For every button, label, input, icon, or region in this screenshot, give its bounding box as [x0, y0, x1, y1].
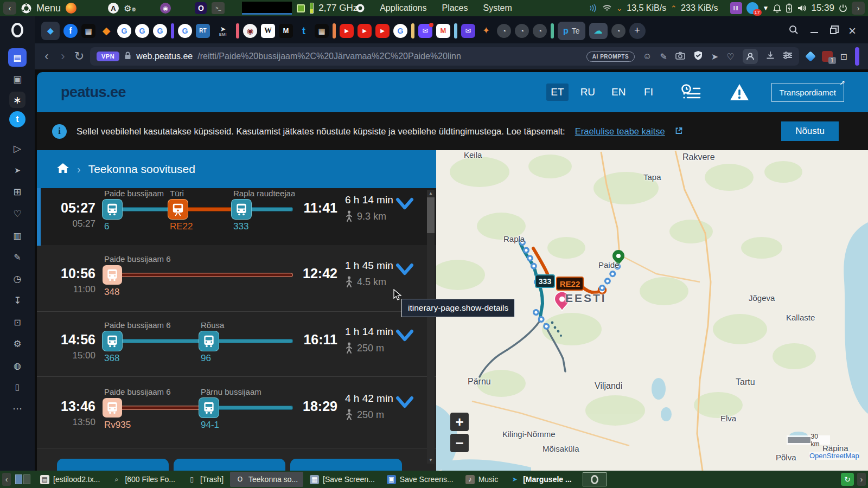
restore-button[interactable] [830, 28, 837, 34]
globe-icon[interactable]: ◔ [533, 24, 547, 38]
language-option[interactable]: FI [638, 84, 660, 101]
menu-system[interactable]: System [483, 3, 512, 13]
sidebar-send-icon[interactable]: ➤ [8, 161, 27, 179]
send-icon[interactable]: ➤ [711, 52, 718, 62]
globe-icon[interactable]: ◔ [515, 24, 529, 38]
task-message[interactable]: ➤ [Margusele ... [505, 472, 577, 487]
firefox-icon[interactable] [66, 3, 76, 14]
cookie-accept-button[interactable]: Nõustu [781, 121, 839, 141]
zoom-in-button[interactable]: + [450, 413, 469, 431]
bottom-button-stub[interactable] [57, 459, 169, 471]
close-button[interactable]: × [848, 25, 856, 36]
sidebar-addons-icon[interactable]: ▣ [8, 70, 27, 88]
sidebar-news-icon[interactable]: ▥ [8, 226, 27, 245]
sidebar-compose-icon[interactable]: ✎ [8, 248, 27, 266]
tab-group-bar[interactable] [171, 23, 174, 38]
google-icon[interactable]: G [153, 24, 167, 38]
reload-button[interactable]: ↻ [74, 49, 85, 63]
language-option[interactable]: RU [576, 84, 599, 101]
itinerary-row[interactable]: 05:27 05:27 Paide bussijaam 6 Türi [37, 188, 436, 246]
gears-icon[interactable]: ⚙⚙ [124, 3, 136, 14]
mail-icon[interactable]: ✉ [461, 24, 475, 38]
sidebar-extensions-icon[interactable]: ⊡ [8, 313, 27, 331]
task-opera-teekonna[interactable]: O Teekonna so... [230, 472, 303, 487]
taskbar-collapse-left[interactable]: ‹ [2, 473, 11, 486]
wifi-icon[interactable] [602, 4, 612, 12]
seal-icon[interactable]: ◉ [243, 24, 257, 38]
terminal-icon[interactable]: >_ [212, 2, 225, 14]
google-icon[interactable]: G [393, 24, 407, 38]
search-tool-icon[interactable]: A [108, 3, 119, 14]
menu-places[interactable]: Places [442, 3, 468, 13]
scroll-up-icon[interactable]: ▲ [427, 191, 435, 196]
back-button[interactable]: ‹ [41, 49, 52, 63]
spark-icon[interactable]: ✦ [479, 24, 493, 38]
facebook-icon[interactable]: f [63, 24, 78, 38]
task-trash[interactable]: ▯ [Trash] [182, 472, 229, 487]
speaker-icon[interactable] [797, 4, 807, 12]
sidebar-speeddial-icon[interactable]: ⊞ [8, 183, 27, 201]
scrollbar[interactable]: ▲ ▼ [427, 190, 435, 464]
tab-group-bar[interactable] [454, 23, 457, 38]
panel-collapse-left[interactable]: ‹ [3, 2, 16, 15]
sidebar-play-icon[interactable]: ▷ [8, 139, 27, 158]
minimize-button[interactable] [810, 29, 818, 33]
smiley-icon[interactable]: ☺ [643, 52, 652, 61]
sidebar-settings-icon[interactable]: ⚙ [8, 335, 27, 353]
timetables-icon[interactable] [680, 83, 701, 101]
menu-applications[interactable]: Applications [380, 3, 426, 13]
itinerary-row[interactable]: 14:56 15:00 Paide bussijaam 6 368 Rõusa … [37, 312, 436, 377]
tab-group-bar[interactable] [236, 23, 239, 38]
expand-chevron-icon[interactable] [395, 394, 414, 412]
audio-wave-icon[interactable] [588, 4, 598, 12]
google-icon[interactable]: G [117, 24, 131, 38]
expand-chevron-icon[interactable] [395, 261, 414, 279]
extension-kite-icon[interactable] [805, 51, 816, 62]
youtube-icon[interactable]: ▶ [358, 24, 372, 38]
edit-bookmark-icon[interactable]: ✎ [660, 52, 667, 62]
scrollbar-thumb[interactable] [427, 197, 435, 233]
sidebar-pin-icon[interactable]: ▯ [8, 378, 27, 396]
cloud-tab-icon[interactable]: ☁ [589, 23, 608, 39]
archive-icon[interactable]: ▦ [315, 24, 329, 38]
forward-button[interactable]: › [58, 49, 68, 63]
task-music[interactable]: ♪ Music [460, 472, 504, 487]
sidebar-twitter-icon[interactable]: t [9, 111, 25, 127]
messenger-icon[interactable]: 17 [746, 2, 758, 14]
bottom-button-stub[interactable] [174, 459, 285, 471]
protonmail-icon[interactable]: ✉ [418, 24, 432, 38]
transpordiamet-link[interactable]: Transpordiamet↗ [771, 83, 845, 102]
itinerary-row[interactable]: 10:56 11:00 Paide bussijaam 6 348 12:42 … [37, 246, 436, 312]
youtube-icon[interactable]: ▶ [375, 24, 390, 38]
power-icon[interactable] [839, 4, 847, 12]
zoom-out-button[interactable]: − [450, 434, 469, 452]
task-text-editor[interactable]: ▤ [estilood2.tx... [35, 472, 105, 487]
notifications-bell-icon[interactable] [773, 4, 781, 12]
wikipedia-icon[interactable]: W [261, 24, 275, 38]
sidebar-more-icon[interactable]: ⋯ [8, 400, 27, 418]
ai-prompts-button[interactable]: AI PROMPTS [586, 52, 635, 62]
tab-group-bar[interactable] [551, 23, 554, 38]
downloads-icon[interactable] [766, 51, 775, 62]
menu-label[interactable]: Menu [36, 3, 61, 14]
wallpaper-tray-icon[interactable]: ▼ [763, 4, 769, 12]
language-option[interactable]: ET [546, 84, 568, 101]
google-icon[interactable]: G [135, 24, 149, 38]
tab-group-bar[interactable] [411, 23, 414, 38]
profile-button[interactable] [743, 49, 758, 64]
sidebar-history-icon[interactable]: ◷ [8, 269, 27, 288]
site-logo[interactable]: peatus.ee [61, 84, 126, 101]
gmail-icon[interactable]: M [436, 24, 450, 38]
shield-check-icon[interactable] [693, 50, 703, 62]
sidebar-bulb-icon[interactable]: ◍ [8, 356, 27, 375]
emi-arrow-icon[interactable]: ➤EMI [214, 24, 232, 38]
cookie-privacy-link[interactable]: Eraelulise teabe kaitse [575, 126, 665, 137]
scroll-down-icon[interactable]: ▼ [427, 458, 435, 463]
medium-icon[interactable]: M [279, 24, 293, 38]
heart-icon[interactable]: ♡ [726, 52, 734, 62]
workspace-switcher[interactable] [15, 474, 30, 484]
home-icon[interactable] [56, 162, 69, 176]
task-save-screen[interactable]: ▦ [Save Screen... [304, 472, 380, 487]
screenshot-tray-icon[interactable]: ↻ [841, 473, 854, 486]
fox-icon[interactable]: ◆ [99, 24, 113, 38]
